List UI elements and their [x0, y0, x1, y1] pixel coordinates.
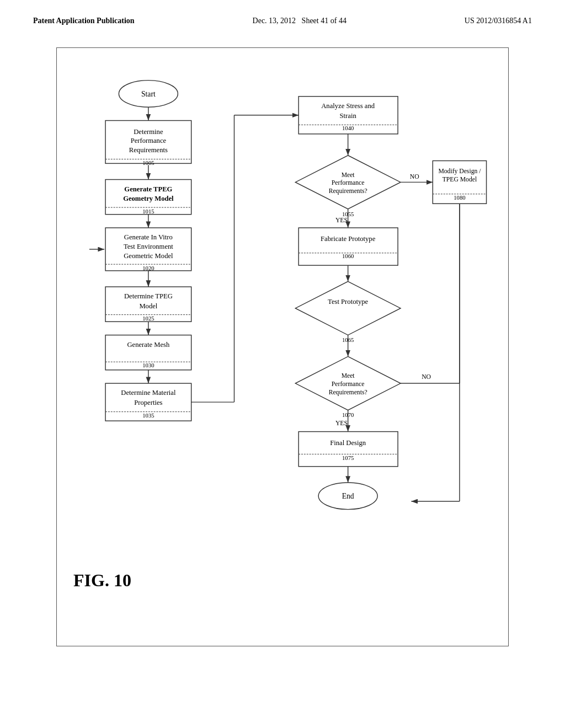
- node-1080: Modify Design /: [438, 168, 481, 175]
- svg-text:Model: Model: [139, 302, 157, 310]
- node-1030: Generate Mesh: [127, 341, 169, 349]
- end-label: End: [342, 492, 354, 500]
- svg-text:Test Environment: Test Environment: [124, 243, 173, 250]
- header-right: US 2012/0316854 A1: [465, 17, 532, 25]
- svg-text:Requirements?: Requirements?: [329, 389, 367, 396]
- svg-text:TPEG Model: TPEG Model: [443, 176, 477, 183]
- figure-label: FIG. 10: [73, 570, 131, 591]
- node-1015: Generate TPEG: [124, 185, 172, 193]
- yes1-label: YES: [335, 217, 348, 224]
- node-1035: Determine Material: [121, 389, 176, 397]
- svg-text:Strain: Strain: [340, 112, 357, 120]
- svg-text:1035: 1035: [142, 412, 154, 419]
- svg-rect-68: [299, 432, 398, 467]
- svg-text:1030: 1030: [142, 362, 154, 368]
- flowchart-svg: Start Determine Performance Requirements…: [68, 59, 497, 633]
- svg-text:1040: 1040: [342, 125, 354, 131]
- diagram-area: Start Determine Performance Requirements…: [56, 47, 509, 646]
- header-left: Patent Application Publication: [33, 17, 135, 25]
- node-1075: Final Design: [330, 439, 366, 447]
- svg-text:Properties: Properties: [134, 399, 162, 406]
- svg-text:1080: 1080: [454, 194, 465, 201]
- start-label: Start: [141, 90, 156, 98]
- header-date: Dec. 13, 2012 Sheet 41 of 44: [253, 17, 347, 25]
- node-1005: Determine: [134, 128, 163, 136]
- no1-label: NO: [410, 173, 419, 180]
- svg-text:Performance: Performance: [332, 381, 365, 388]
- svg-rect-54: [299, 228, 398, 265]
- svg-text:Performance: Performance: [332, 179, 365, 186]
- node-1020: Generate In Vitro: [124, 233, 173, 241]
- node-1060: Fabricate Prototype: [321, 235, 376, 243]
- svg-text:Performance: Performance: [131, 137, 167, 144]
- svg-text:Meet: Meet: [342, 172, 355, 179]
- diamond-1065: [295, 281, 401, 335]
- svg-text:Requirements: Requirements: [129, 146, 168, 154]
- svg-text:1020: 1020: [142, 265, 154, 271]
- svg-text:Geometry Model: Geometry Model: [123, 195, 174, 202]
- sheet-info: Sheet 41 of 44: [302, 17, 347, 25]
- svg-text:1060: 1060: [342, 253, 354, 259]
- svg-text:1015: 1015: [142, 208, 154, 215]
- svg-text:Requirements?: Requirements?: [329, 188, 367, 195]
- page: Patent Application Publication Dec. 13, …: [0, 0, 565, 728]
- no2-label: NO: [422, 373, 431, 381]
- svg-text:Meet: Meet: [342, 372, 355, 379]
- node-1025: Determine TPEG: [124, 292, 173, 300]
- page-header: Patent Application Publication Dec. 13, …: [33, 17, 532, 25]
- svg-text:Geometric Model: Geometric Model: [124, 252, 173, 260]
- svg-text:1075: 1075: [342, 454, 354, 461]
- svg-text:1025: 1025: [142, 315, 154, 322]
- yes2-label: YES: [335, 420, 348, 427]
- node-1065: Test Prototype: [328, 298, 369, 306]
- node-1040: Analyze Stress and: [321, 102, 375, 110]
